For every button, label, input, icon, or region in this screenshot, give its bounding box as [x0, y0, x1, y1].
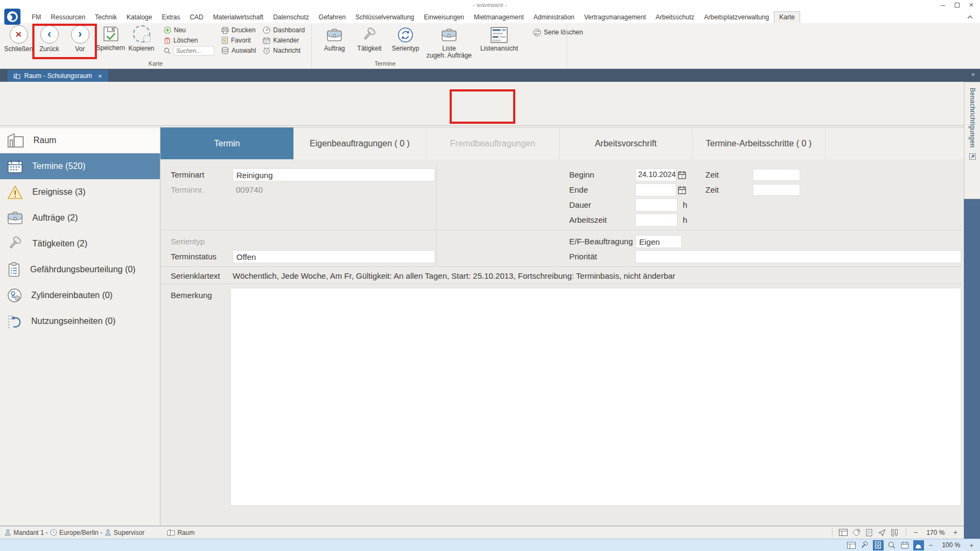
- menu-item-cad[interactable]: CAD: [185, 12, 208, 23]
- undo-arrow-icon: [7, 314, 22, 329]
- hammer-icon[interactable]: [859, 540, 870, 550]
- close-record-button[interactable]: × Schließen: [3, 25, 34, 53]
- sidebar-item-ereignisse[interactable]: Ereignisse (3): [0, 179, 160, 205]
- date-picker-icon[interactable]: 7: [678, 186, 686, 194]
- favorite-button[interactable]: Favorit: [221, 36, 256, 45]
- sidebar-item-taetigkeiten[interactable]: Tätigkeiten (2): [0, 231, 160, 257]
- sidebar-item-zylindereinbauten[interactable]: Zylindereinbauten (0): [0, 282, 160, 308]
- prioritaet-label: Priorität: [569, 250, 597, 263]
- bell-icon[interactable]: [913, 540, 924, 550]
- activity-button[interactable]: Tätigkeit: [353, 26, 386, 52]
- layout-panel-icon[interactable]: [838, 527, 849, 538]
- sidebar-item-auftraege[interactable]: Aufträge (2): [0, 205, 160, 231]
- briefcase-icon: [441, 26, 457, 44]
- prioritaet-input[interactable]: [635, 250, 961, 263]
- tab-close-icon[interactable]: ×: [98, 72, 102, 80]
- tab-termin[interactable]: Termin: [160, 128, 293, 159]
- sidebar-item-nutzungseinheiten[interactable]: Nutzungseinheiten (0): [0, 308, 160, 334]
- app-status-bar: − 100 % +: [0, 539, 980, 551]
- order-button[interactable]: Auftrag: [319, 26, 350, 52]
- document-icon[interactable]: [864, 527, 874, 538]
- terminart-input[interactable]: [233, 168, 435, 181]
- zoom-out-button[interactable]: −: [912, 528, 920, 536]
- menu-item-einweisungen[interactable]: Einweisungen: [419, 12, 469, 23]
- terminnr-label: Terminnr.: [171, 183, 204, 196]
- zoom-out-button[interactable]: −: [927, 541, 935, 549]
- arbeitszeit-unit: h: [683, 214, 687, 227]
- layout-panel-icon[interactable]: [846, 540, 857, 550]
- search-icon: [164, 47, 171, 54]
- dashboard-button[interactable]: Dashboard: [263, 25, 305, 35]
- menu-item-technik[interactable]: Technik: [90, 12, 122, 23]
- menu-item-datenschutz[interactable]: Datenschutz: [268, 12, 314, 23]
- zoom-in-button[interactable]: +: [967, 541, 976, 549]
- search-input[interactable]: [173, 46, 214, 55]
- tab-fremdbeauftragungen[interactable]: Fremdbeauftragungen: [426, 128, 559, 159]
- search-icon[interactable]: [886, 540, 897, 550]
- terminstatus-input[interactable]: [233, 250, 435, 263]
- calendar-button[interactable]: Kalender: [263, 36, 305, 45]
- sidebar: Raum Termine (520) Ereignisse (3) Aufträ…: [0, 126, 160, 526]
- tag-icon[interactable]: [851, 527, 862, 538]
- menu-item-karte[interactable]: Karte: [774, 11, 800, 23]
- menu-item-fm[interactable]: FM: [27, 12, 46, 23]
- menu-item-administration[interactable]: Administration: [529, 12, 579, 23]
- warning-icon: [7, 185, 23, 200]
- ribbon-collapse-icon[interactable]: [968, 15, 975, 20]
- beginn-date-input[interactable]: 24.10.2024 7: [635, 168, 686, 181]
- close-icon[interactable]: ×: [969, 2, 974, 9]
- navigate-icon[interactable]: [877, 527, 887, 538]
- maximize-icon[interactable]: [955, 3, 960, 8]
- menu-item-schluesselverwaltung[interactable]: Schlüsselverwaltung: [351, 12, 419, 23]
- menu-item-vertragsmanagement[interactable]: Vertragsmanagement: [579, 12, 651, 23]
- ruler-pen-icon[interactable]: [890, 527, 900, 538]
- date-picker-icon[interactable]: 7: [678, 171, 686, 179]
- zeit1-input[interactable]: [753, 169, 800, 181]
- menu-item-gefahren[interactable]: Gefahren: [314, 12, 351, 23]
- menu-item-arbeitsschutz[interactable]: Arbeitsschutz: [650, 12, 699, 23]
- tab-termine-arbeitsschritte[interactable]: Termine-Arbeitsschritte ( 0 ): [692, 128, 825, 159]
- calendar-icon: [263, 37, 270, 44]
- list-view-icon: [491, 26, 508, 44]
- list-view-button[interactable]: Listenansicht: [476, 26, 522, 52]
- new-button[interactable]: Neu: [164, 25, 214, 35]
- notifications-panel-tab[interactable]: Benachrichtigungen: [964, 82, 980, 199]
- badge-icon[interactable]: [873, 540, 884, 550]
- bemerkung-textarea[interactable]: [230, 288, 961, 506]
- save-button[interactable]: Speichern: [95, 25, 126, 52]
- tab-eigenbeauftragungen[interactable]: Eigenbeauftragungen ( 0 ): [293, 128, 426, 159]
- message-button[interactable]: Nachricht: [263, 46, 305, 55]
- app-window: - waveware - – × FM Ressourcen Technik K…: [0, 0, 980, 551]
- sidebar-item-gefaehrdungsbeurteilung[interactable]: Gefährdungsbeurteilung (0): [0, 257, 160, 282]
- document-tab[interactable]: Raum - Schulungsraum ×: [8, 70, 108, 82]
- menu-item-mietmanagement[interactable]: Mietmanagement: [469, 12, 529, 23]
- dauer-unit: h: [683, 199, 687, 211]
- related-orders-list-button[interactable]: Liste zugeh. Aufträge: [425, 26, 473, 59]
- tabbar-close-icon[interactable]: ×: [971, 71, 975, 79]
- app-logo-icon[interactable]: [4, 9, 20, 25]
- dauer-input[interactable]: [635, 199, 677, 211]
- selection-button[interactable]: Auswahl: [221, 46, 256, 55]
- ende-date-input[interactable]: 7: [635, 183, 686, 196]
- delete-button[interactable]: Löschen: [164, 36, 214, 45]
- menu-item-extras[interactable]: Extras: [157, 12, 185, 23]
- minimize-icon[interactable]: –: [941, 3, 945, 8]
- user-icon: [104, 529, 111, 536]
- arbeitszeit-input[interactable]: [635, 214, 677, 227]
- menu-item-ressourcen[interactable]: Ressourcen: [46, 12, 90, 23]
- copy-button[interactable]: Kopieren: [126, 25, 157, 52]
- zoom-in-button[interactable]: +: [951, 528, 960, 536]
- sidebar-item-termine[interactable]: Termine (520): [0, 153, 160, 179]
- tab-arbeitsvorschrift[interactable]: Arbeitsvorschrift: [559, 128, 692, 159]
- menu-item-arbeitsplatzverwaltung[interactable]: Arbeitsplatzverwaltung: [699, 12, 774, 23]
- print-button[interactable]: Drucken: [221, 25, 256, 35]
- menu-item-materialwirtschaft[interactable]: Materialwirtschaft: [208, 12, 268, 23]
- zeit2-input[interactable]: [753, 184, 800, 196]
- sidebar-item-raum[interactable]: Raum: [0, 128, 160, 153]
- delete-series-button[interactable]: Serie löschen: [533, 27, 583, 37]
- serienklartext-value: Wöchentlich, Jede Woche, Am Fr, Gültigke…: [233, 270, 675, 282]
- ef-beauftragung-input[interactable]: [635, 235, 682, 248]
- menu-item-kataloge[interactable]: Kataloge: [122, 12, 157, 23]
- series-type-button[interactable]: Serientyp: [389, 26, 422, 52]
- calendar-icon[interactable]: [900, 540, 911, 550]
